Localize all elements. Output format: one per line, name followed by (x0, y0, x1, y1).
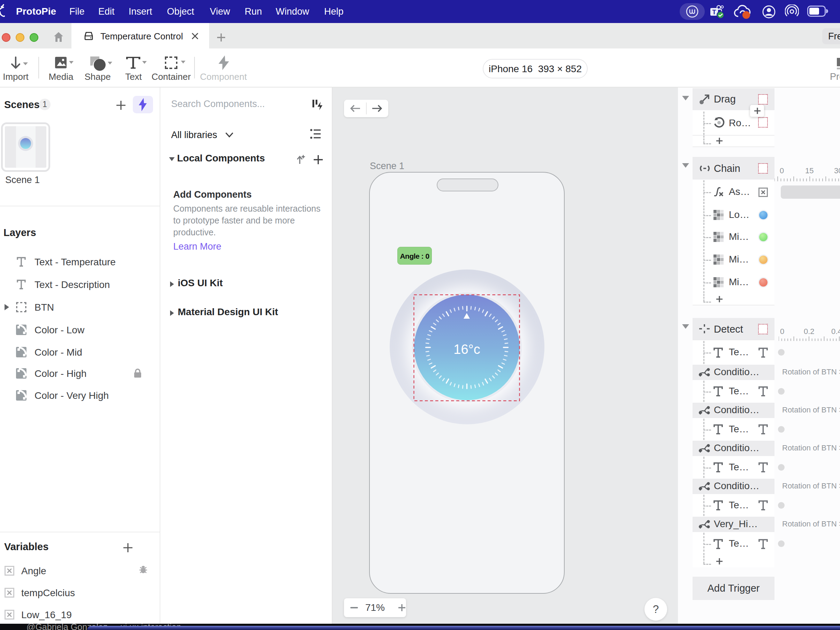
svg-text:T: T (712, 9, 716, 16)
